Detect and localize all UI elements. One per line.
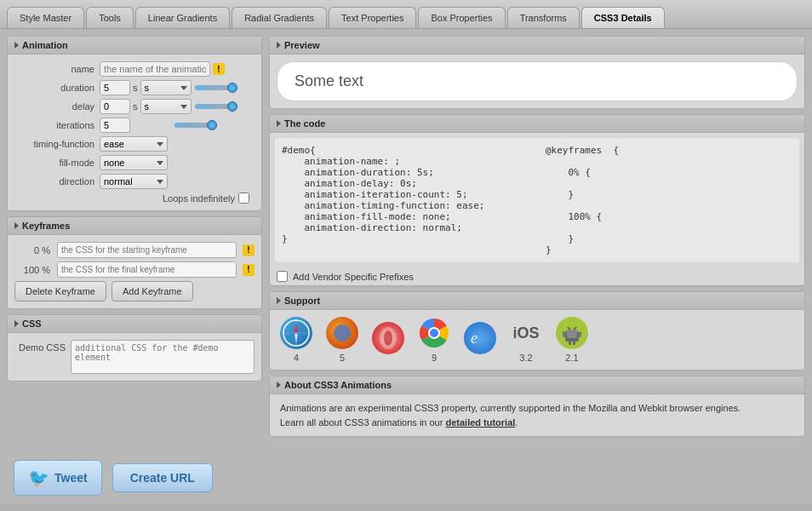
animation-duration-slider-thumb[interactable]: [227, 83, 237, 93]
animation-delay-unit: s: [133, 101, 138, 112]
animation-duration-slider[interactable]: [195, 85, 237, 90]
code-collapse-icon[interactable]: [277, 120, 281, 127]
right-panel: Preview Some text The code #demo{ animat…: [269, 36, 805, 445]
animation-loops-checkbox[interactable]: [238, 192, 249, 204]
animation-name-warn-icon: !: [213, 63, 225, 75]
left-panel: Animation name ! duration s s: [7, 36, 262, 445]
delete-keyframe-button[interactable]: Delete Keyframe: [14, 281, 106, 301]
android-icon: [556, 317, 588, 349]
animation-name-row: name !: [14, 61, 254, 77]
animation-delay-select-arrow: [180, 105, 187, 109]
keyframe-hundred-label: 100 %: [14, 265, 50, 275]
animation-fillmode-label: fill-mode: [14, 158, 100, 168]
animation-delay-slider-thumb[interactable]: [227, 101, 237, 112]
animation-delay-select[interactable]: s: [140, 99, 192, 114]
code-left-text: #demo{ animation-name: ; animation-durat…: [282, 145, 529, 244]
css-section: CSS Demo CSS: [7, 314, 262, 382]
chrome-version: 9: [432, 353, 437, 363]
ios-icon: iOS: [510, 317, 542, 349]
keyframe-zero-input[interactable]: [57, 242, 237, 258]
support-section: Support 4 5: [269, 291, 805, 370]
animation-title: Animation: [22, 40, 68, 50]
browser-opera: [372, 322, 404, 358]
preview-collapse-icon[interactable]: [277, 42, 281, 49]
animation-collapse-icon[interactable]: [14, 42, 19, 49]
animation-duration-unit: s: [133, 83, 138, 93]
tab-tools[interactable]: Tools: [86, 7, 134, 28]
animation-delay-select-value: s: [145, 101, 150, 112]
keyframes-section: Keyframes 0 % ! 100 % ! Delete Keyframe …: [7, 216, 262, 309]
create-url-label: Create URL: [130, 471, 195, 485]
code-header: The code: [270, 115, 804, 133]
support-collapse-icon[interactable]: [277, 297, 281, 304]
css-title: CSS: [22, 319, 42, 329]
animation-delay-slider[interactable]: [195, 104, 237, 109]
animation-timing-value: ease: [104, 139, 124, 149]
keyframe-hundred-input[interactable]: [57, 261, 237, 278]
add-keyframe-button[interactable]: Add Keyframe: [112, 281, 193, 301]
bottom-bar: 🐦 Tweet Create URL: [0, 451, 812, 504]
css-demo-textarea[interactable]: [71, 340, 254, 374]
animation-timing-label: timing-function: [14, 139, 100, 149]
tab-transforms[interactable]: Transforms: [507, 7, 580, 28]
animation-duration-select-value: s: [145, 83, 150, 93]
animation-fillmode-arrow: [157, 161, 163, 165]
vendor-checkbox[interactable]: [277, 271, 288, 282]
tab-linear-gradients[interactable]: Linear Gradients: [135, 7, 230, 28]
animation-fillmode-row: fill-mode none: [14, 155, 254, 170]
keyframe-hundred-warn-icon: !: [243, 264, 254, 276]
support-content: 4 5: [270, 310, 804, 370]
animation-duration-input[interactable]: [100, 80, 130, 95]
css-demo-label: Demo CSS: [14, 340, 66, 353]
main-content: Animation name ! duration s s: [0, 29, 812, 451]
preview-title: Preview: [284, 40, 320, 50]
create-url-button[interactable]: Create URL: [112, 463, 213, 492]
code-left: #demo{ animation-name: ; animation-durat…: [282, 145, 529, 256]
tab-box-properties[interactable]: Box Properties: [418, 7, 505, 28]
svg-point-9: [430, 329, 438, 337]
firefox-icon: [326, 317, 358, 349]
safari-version: 4: [294, 353, 299, 363]
animation-direction-select[interactable]: normal: [100, 174, 168, 189]
preview-header: Preview: [270, 37, 804, 55]
about-text2-prefix: Learn all about CSS3 animations in our: [280, 417, 445, 428]
animation-duration-label: duration: [14, 83, 100, 93]
animation-iterations-slider[interactable]: [174, 123, 217, 128]
keyframes-collapse-icon[interactable]: [14, 222, 19, 229]
css-header: CSS: [8, 315, 261, 333]
keyframes-content: 0 % ! 100 % ! Delete Keyframe Add Keyfra…: [8, 235, 261, 308]
about-tutorial-link[interactable]: detailed tutorial: [445, 417, 515, 428]
animation-iterations-input[interactable]: [100, 118, 130, 133]
animation-name-label: name: [14, 64, 100, 74]
tab-radial-gradients[interactable]: Radial Gradients: [232, 7, 327, 28]
tweet-button[interactable]: 🐦 Tweet: [14, 460, 102, 496]
animation-fillmode-select[interactable]: none: [100, 155, 168, 170]
about-collapse-icon[interactable]: [277, 382, 281, 388]
firefox-version: 5: [340, 353, 345, 363]
animation-duration-select[interactable]: s: [140, 80, 192, 95]
svg-line-16: [575, 327, 576, 329]
android-version: 2.1: [565, 353, 578, 363]
animation-iterations-slider-thumb[interactable]: [207, 120, 217, 130]
svg-point-7: [384, 330, 392, 346]
tab-text-properties[interactable]: Text Properties: [329, 7, 416, 28]
code-content: #demo{ animation-name: ; animation-durat…: [275, 138, 799, 262]
css-collapse-icon[interactable]: [14, 320, 19, 327]
twitter-bird-icon: 🐦: [28, 468, 49, 488]
keyframe-zero-label: 0 %: [14, 245, 50, 256]
browser-chrome: 9: [418, 317, 450, 363]
tab-css3-details[interactable]: CSS3 Details: [581, 7, 665, 28]
tweet-label: Tweet: [54, 471, 88, 485]
animation-iterations-label: iterations: [14, 120, 100, 130]
code-right: @keyframes { 0% { } 100% { } }: [546, 145, 792, 256]
animation-delay-input[interactable]: [100, 99, 130, 114]
svg-marker-4: [294, 333, 298, 343]
svg-line-15: [568, 327, 569, 329]
vendor-row: Add Vendor Specific Prefixes: [270, 267, 804, 285]
animation-name-input[interactable]: [100, 61, 210, 77]
animation-timing-select[interactable]: ease: [100, 136, 168, 152]
support-header: Support: [270, 292, 804, 310]
tab-style-master[interactable]: Style Master: [7, 7, 84, 28]
top-navigation: Style Master Tools Linear Gradients Radi…: [0, 0, 812, 29]
about-header: About CSS3 Animations: [270, 376, 804, 394]
